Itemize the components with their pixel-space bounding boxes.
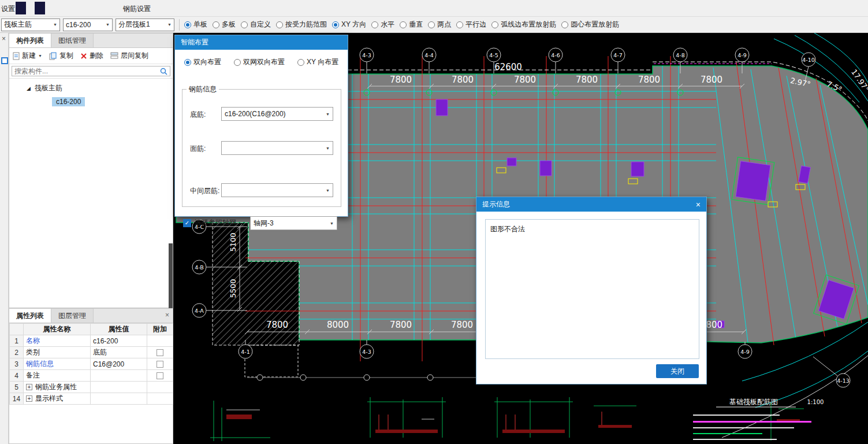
- toolbar-radio-9[interactable]: 弧线边布置放射筋: [491, 20, 556, 29]
- expand-icon[interactable]: +: [26, 384, 32, 390]
- new-file-icon: [13, 52, 20, 60]
- window-icon[interactable]: [16, 2, 26, 14]
- cad-label: 7800: [576, 75, 598, 85]
- property-value[interactable]: C16@200: [91, 358, 147, 370]
- radio-icon: [213, 21, 219, 28]
- property-value[interactable]: c16-200: [91, 335, 147, 347]
- component-panel-tabs: 构件列表 图纸管理: [9, 34, 173, 48]
- menu-settings-label[interactable]: 设置: [1, 4, 15, 14]
- close-icon[interactable]: ×: [165, 311, 169, 319]
- combo-value: 轴网-3: [254, 219, 274, 228]
- tab-component-list[interactable]: 构件列表: [9, 34, 51, 47]
- column-header: 属性名称: [24, 324, 91, 335]
- axis-grid-combo[interactable]: 轴网-3 ▼: [250, 216, 337, 230]
- component-tree: ◢ 筏板主筋 c16-200: [9, 79, 173, 106]
- toolbar-radio-1[interactable]: 多板: [213, 20, 236, 29]
- copy-button[interactable]: 复制: [49, 51, 73, 61]
- dock-icon[interactable]: [1, 57, 8, 64]
- radio-label: 按受力筋范围: [285, 20, 327, 29]
- property-row-5[interactable]: 5+钢筋业务属性: [10, 382, 173, 393]
- toolbar-radio-6[interactable]: 垂直: [400, 20, 423, 29]
- bottom-rebar-combo[interactable]: c16-200(C16@200) ▼: [221, 107, 333, 121]
- property-table-body: 1名称c16-2002类别底筋3钢筋信息C16@2004备注5+钢筋业务属性14…: [10, 335, 173, 405]
- toolbar-radio-8[interactable]: 平行边: [456, 20, 486, 29]
- smart-radio-2[interactable]: XY 向布置: [297, 57, 338, 67]
- property-row-4[interactable]: 4备注: [10, 370, 173, 382]
- cad-label: 7800: [701, 75, 722, 85]
- toolbar-radio-group: 单板多板自定义按受力筋范围XY 方向水平垂直两点平行边弧线边布置放射筋圆心布置放…: [184, 20, 624, 29]
- search-input[interactable]: [12, 66, 170, 76]
- close-icon[interactable]: ×: [2, 35, 6, 43]
- rebar-type-combo[interactable]: 筏板主筋 ▼: [1, 18, 60, 31]
- chevron-down-icon: ▼: [330, 221, 334, 225]
- scrollbar-thumb[interactable]: [169, 243, 173, 308]
- smart-radio-1[interactable]: 双网双向布置: [234, 57, 285, 67]
- close-icon[interactable]: ×: [696, 201, 701, 209]
- tab-layer-management[interactable]: 图层管理: [51, 309, 94, 323]
- window-icon[interactable]: [35, 2, 45, 14]
- row-number: 1: [10, 335, 24, 347]
- property-row-2[interactable]: 2类别底筋: [10, 347, 173, 358]
- checkbox-icon[interactable]: [157, 361, 163, 368]
- toolbar-radio-3[interactable]: 按受力筋范围: [276, 20, 327, 29]
- row-number: 5: [10, 382, 24, 393]
- radio-icon: [297, 59, 304, 66]
- tree-node-raft-rebar[interactable]: ◢ 筏板主筋: [9, 83, 173, 93]
- main-toolbar: 筏板主筋 ▼ c16-200 ▼ 分层筏板1 ▼ 单板多板自定义按受力筋范围XY…: [0, 17, 868, 33]
- search-icon[interactable]: [160, 68, 167, 75]
- action-label: 层间复制: [121, 51, 148, 61]
- separator: [179, 19, 180, 31]
- axis-reference-row: ✓ 选择参照轴网: [183, 218, 236, 228]
- chevron-down-icon: ▼: [106, 23, 110, 27]
- top-rebar-combo[interactable]: ▼: [221, 141, 333, 155]
- groupbox-label: 钢筋信息: [187, 84, 219, 94]
- radio-icon: [456, 21, 463, 28]
- toolbar-radio-2[interactable]: 自定义: [241, 20, 271, 29]
- toolbar-radio-4[interactable]: XY 方向: [332, 20, 366, 29]
- property-value[interactable]: [91, 393, 147, 405]
- dialog-header[interactable]: 提示信息 ×: [476, 197, 706, 212]
- property-value[interactable]: 底筋: [91, 347, 147, 358]
- property-value[interactable]: [91, 382, 147, 393]
- slab-layer-combo[interactable]: 分层筏板1 ▼: [116, 18, 174, 31]
- dialog-header[interactable]: 智能布置: [175, 35, 348, 50]
- column-header: 附加: [147, 324, 173, 335]
- toolbar-radio-7[interactable]: 两点: [428, 20, 451, 29]
- radio-label: 双向布置: [193, 57, 221, 67]
- radio-label: XY 向布置: [307, 57, 338, 67]
- middle-rebar-combo[interactable]: ▼: [221, 183, 333, 197]
- tree-node-c16-200-selected[interactable]: c16-200: [52, 97, 85, 106]
- property-row-1[interactable]: 1名称c16-200: [10, 335, 173, 347]
- cad-label: 4-3: [362, 52, 371, 58]
- toolbar-radio-10[interactable]: 圆心布置放射筋: [561, 20, 619, 29]
- tree-expand-icon[interactable]: ◢: [27, 86, 31, 91]
- property-value[interactable]: [91, 370, 147, 382]
- cad-label: 4-6: [551, 52, 560, 58]
- radio-label: 多板: [222, 20, 236, 29]
- property-row-14[interactable]: 14+显示样式: [10, 393, 173, 405]
- interlayer-copy-button[interactable]: 层间复制: [110, 51, 148, 61]
- tab-property-list[interactable]: 属性列表: [9, 309, 51, 323]
- cad-label: 4-9: [737, 52, 747, 58]
- expand-icon[interactable]: +: [26, 395, 32, 402]
- row-number: 4: [10, 370, 24, 382]
- tab-drawing-management[interactable]: 图纸管理: [51, 34, 94, 47]
- toolbar-radio-0[interactable]: 单板: [184, 20, 207, 29]
- cad-label: 4-1: [241, 349, 250, 355]
- property-row-3[interactable]: 3钢筋信息C16@200: [10, 358, 173, 370]
- property-extra-cell: [147, 370, 173, 382]
- toolbar-radio-5[interactable]: 水平: [371, 20, 394, 29]
- property-name: +显示样式: [24, 393, 91, 405]
- cad-label: 4-7: [613, 52, 623, 58]
- checkbox-icon[interactable]: [157, 372, 163, 379]
- checkbox-icon[interactable]: [157, 349, 163, 356]
- dock-strip: ×: [0, 33, 9, 444]
- delete-button[interactable]: 删除: [80, 51, 103, 61]
- cad-label: 4-8: [676, 52, 685, 58]
- rebar-name-combo[interactable]: c16-200 ▼: [63, 18, 113, 31]
- smart-radio-0[interactable]: 双向布置: [184, 57, 221, 67]
- close-button[interactable]: 关闭: [656, 364, 699, 378]
- radio-icon: [561, 21, 568, 28]
- new-button[interactable]: 新建 ▼: [13, 51, 42, 61]
- checkbox-checked-icon[interactable]: ✓: [183, 219, 191, 227]
